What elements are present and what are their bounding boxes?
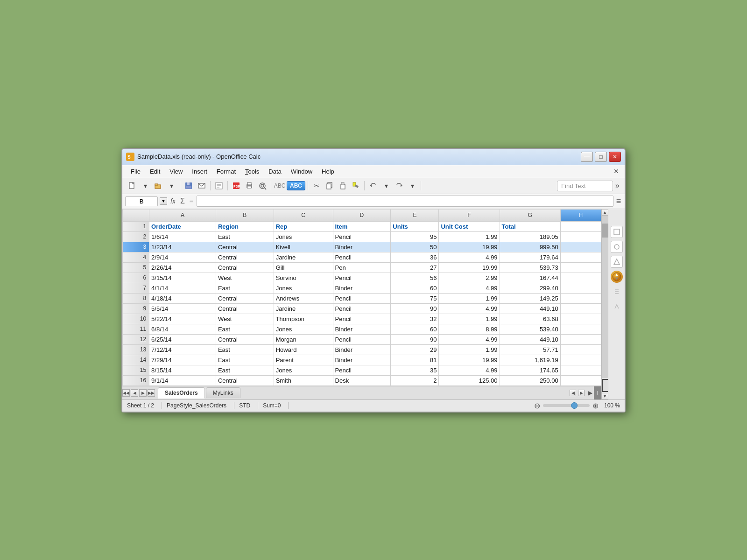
cell-row3-col5[interactable]: 19.99 <box>439 242 500 252</box>
col-header-B[interactable]: B <box>216 209 274 221</box>
row-num-14[interactable]: 14 <box>123 355 149 365</box>
cell-row10-col3[interactable]: Pencil <box>333 314 391 324</box>
row-num-10[interactable]: 10 <box>123 314 149 324</box>
cell-row11-col1[interactable]: East <box>216 324 274 334</box>
dropdown-arrow[interactable]: ▾ <box>139 180 151 192</box>
cell-row12-col1[interactable]: Central <box>216 334 274 344</box>
row-num-8[interactable]: 8 <box>123 293 149 303</box>
cell-row9-col5[interactable]: 4.99 <box>439 303 500 314</box>
cell-row13-col3[interactable]: Binder <box>333 344 391 355</box>
spellcheck-button[interactable]: ABC <box>274 180 286 192</box>
undo-button[interactable] <box>367 180 379 192</box>
cell-row14-col3[interactable]: Binder <box>333 355 391 365</box>
cell-row4-col6[interactable]: 179.64 <box>500 252 560 262</box>
cell-row6-col2[interactable]: Sorvino <box>274 273 333 283</box>
cell-row13-col0[interactable]: 7/12/14 <box>149 344 216 355</box>
v-scroll-thumb[interactable] <box>602 224 608 238</box>
cell-row9-col4[interactable]: 90 <box>391 303 439 314</box>
row-num-1[interactable]: 1 <box>123 221 149 231</box>
cell-D1[interactable]: Item <box>333 221 391 231</box>
cell-row4-col7[interactable] <box>560 252 601 262</box>
cell-row15-col5[interactable]: 4.99 <box>439 365 500 375</box>
cell-row7-col1[interactable]: East <box>216 283 274 293</box>
cell-row10-col5[interactable]: 1.99 <box>439 314 500 324</box>
cell-row9-col0[interactable]: 5/5/14 <box>149 303 216 314</box>
cell-row14-col7[interactable] <box>560 355 601 365</box>
cell-row11-col2[interactable]: Jones <box>274 324 333 334</box>
cell-row6-col0[interactable]: 3/15/14 <box>149 273 216 283</box>
cell-row14-col4[interactable]: 81 <box>391 355 439 365</box>
col-header-E[interactable]: E <box>391 209 439 221</box>
cell-row2-col0[interactable]: 1/6/14 <box>149 231 216 242</box>
edit-button[interactable] <box>213 180 225 192</box>
sidebar-icon-5[interactable] <box>611 286 623 298</box>
row-num-7[interactable]: 7 <box>123 283 149 293</box>
tab-last-button[interactable]: ▶▶ <box>148 389 155 397</box>
cell-row14-col1[interactable]: East <box>216 355 274 365</box>
sidebar-icon-navigator[interactable] <box>611 271 623 283</box>
cell-row13-col7[interactable] <box>560 344 601 355</box>
cell-row5-col6[interactable]: 539.73 <box>500 262 560 273</box>
menu-insert[interactable]: Insert <box>187 166 212 177</box>
cut-button[interactable]: ✂ <box>310 180 323 192</box>
menu-file[interactable]: File <box>126 166 145 177</box>
cell-row13-col4[interactable]: 29 <box>391 344 439 355</box>
sidebar-icon-6[interactable] <box>611 301 623 313</box>
pdf-button[interactable]: PDF <box>230 180 242 192</box>
cell-row4-col5[interactable]: 4.99 <box>439 252 500 262</box>
cell-row7-col5[interactable]: 4.99 <box>439 283 500 293</box>
cell-row10-col1[interactable]: West <box>216 314 274 324</box>
cell-row16-col7[interactable] <box>560 375 601 385</box>
zoom-plus-button[interactable]: ⊕ <box>592 401 599 410</box>
preview-button[interactable] <box>256 180 268 192</box>
row-num-13[interactable]: 13 <box>123 344 149 355</box>
cell-row11-col7[interactable] <box>560 324 601 334</box>
cell-row11-col3[interactable]: Binder <box>333 324 391 334</box>
formula-expand-icon[interactable]: ≡ <box>615 196 622 206</box>
cell-row6-col7[interactable] <box>560 273 601 283</box>
cell-G1[interactable]: Total <box>500 221 560 231</box>
cell-A1[interactable]: OrderDate <box>149 221 216 231</box>
cell-row6-col6[interactable]: 167.44 <box>500 273 560 283</box>
print-button[interactable] <box>243 180 255 192</box>
cell-row13-col2[interactable]: Howard <box>274 344 333 355</box>
v-scroll-track[interactable] <box>602 216 608 378</box>
cell-row10-col7[interactable] <box>560 314 601 324</box>
cell-row9-col6[interactable]: 449.10 <box>500 303 560 314</box>
email-button[interactable] <box>196 180 208 192</box>
cell-row5-col4[interactable]: 27 <box>391 262 439 273</box>
row-num-11[interactable]: 11 <box>123 324 149 334</box>
undo-dropdown[interactable]: ▾ <box>380 180 392 192</box>
cell-row5-col7[interactable] <box>560 262 601 273</box>
zoom-thumb[interactable] <box>571 402 578 409</box>
cell-row14-col2[interactable]: Parent <box>274 355 333 365</box>
sheet-tab-salesorders[interactable]: SalesOrders <box>158 387 205 399</box>
cell-row11-col4[interactable]: 60 <box>391 324 439 334</box>
cell-row2-col6[interactable]: 189.05 <box>500 231 560 242</box>
h-scroll-left[interactable]: ◀ <box>570 390 576 396</box>
cell-row9-col1[interactable]: Central <box>216 303 274 314</box>
cell-row8-col3[interactable]: Pencil <box>333 293 391 303</box>
row-num-3[interactable]: 3 <box>123 242 149 252</box>
cell-row3-col1[interactable]: Central <box>216 242 274 252</box>
cell-row6-col5[interactable]: 2.99 <box>439 273 500 283</box>
cell-row2-col5[interactable]: 1.99 <box>439 231 500 242</box>
cell-row12-col6[interactable]: 449.10 <box>500 334 560 344</box>
paste-button[interactable] <box>337 180 349 192</box>
cell-row3-col3[interactable]: Binder <box>333 242 391 252</box>
cell-row9-col3[interactable]: Pencil <box>333 303 391 314</box>
cell-row12-col5[interactable]: 4.99 <box>439 334 500 344</box>
cell-row4-col4[interactable]: 36 <box>391 252 439 262</box>
cell-row12-col4[interactable]: 90 <box>391 334 439 344</box>
cell-row3-col2[interactable]: Kivell <box>274 242 333 252</box>
cell-row16-col5[interactable]: 125.00 <box>439 375 500 385</box>
col-header-F[interactable]: F <box>439 209 500 221</box>
menu-window[interactable]: Window <box>286 166 317 177</box>
tab-prev-button[interactable]: ◀ <box>131 389 138 397</box>
cell-row15-col0[interactable]: 8/15/14 <box>149 365 216 375</box>
equals-button[interactable]: = <box>188 197 195 205</box>
zoom-minus-button[interactable]: ⊖ <box>534 401 540 410</box>
formula-input[interactable] <box>197 196 613 207</box>
cell-row5-col2[interactable]: Gill <box>274 262 333 273</box>
find-text-input[interactable]: Find Text <box>557 181 613 191</box>
